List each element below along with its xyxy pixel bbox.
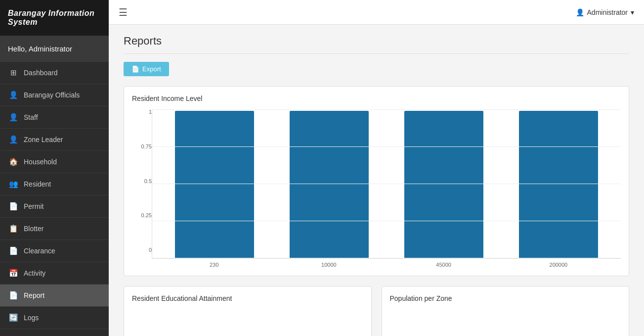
sidebar-label-resident: Resident [24,180,51,188]
zone-leader-icon: 👤 [8,135,19,144]
bar-group [277,109,382,258]
bar-group [391,109,496,258]
app-brand: Barangay Information System [0,0,109,36]
y-axis-label: 1 [132,109,152,115]
sidebar-label-activity: Activity [24,269,45,277]
sidebar-label-permit: Permit [24,202,43,210]
sidebar-label-report: Report [24,291,44,299]
main-area: ☰ 👤 Administrator ▾ Reports 📄 Export Res… [109,0,644,336]
household-icon: 🏠 [8,157,19,166]
income-chart-area: 10.750.50.250 2301000045000200000 [132,109,621,268]
educational-attainment-title: Resident Educational Attainment [132,294,363,302]
x-axis-label: 230 [162,262,266,268]
x-axis-label: 200000 [506,262,611,268]
logs-icon: 🔄 [8,313,19,322]
sidebar-item-clearance[interactable]: 📄 Clearance [0,240,109,262]
bottom-charts-row: Resident Educational Attainment Populati… [124,286,629,336]
x-labels: 2301000045000200000 [152,259,621,268]
sidebar-item-activity[interactable]: 📅 Activity [0,262,109,285]
admin-icon: 👤 [576,8,584,16]
bar-group [162,109,267,258]
clearance-icon: 📄 [8,246,19,255]
bars-area [152,109,621,259]
export-icon: 📄 [131,65,139,73]
sidebar-item-report[interactable]: 📄 Report [0,285,109,307]
resident-icon: 👥 [8,180,19,189]
bar [404,111,483,258]
activity-icon: 📅 [8,269,19,278]
sidebar-label-clearance: Clearance [24,247,55,255]
sidebar-label-barangay-officials: Barangay Officials [24,91,80,99]
population-zone-card: Population per Zone [382,286,630,336]
dropdown-arrow-icon: ▾ [631,8,634,16]
sidebar-label-dashboard: Dashboard [24,69,58,77]
export-button[interactable]: 📄 Export [124,62,169,76]
sidebar-label-household: Household [24,158,57,166]
page-title: Reports [124,35,629,54]
sidebar-item-blotter[interactable]: 📋 Blotter [0,218,109,240]
permit-icon: 📄 [8,202,19,211]
sidebar-item-barangay-officials[interactable]: 👤 Barangay Officials [0,84,109,106]
user-greeting: Hello, Administrator [0,36,109,62]
y-axis-label: 0.25 [132,213,152,218]
y-axis-label: 0 [132,247,152,253]
export-label: Export [142,65,161,73]
chart-plot: 2301000045000200000 [152,109,621,268]
staff-icon: 👤 [8,113,19,122]
blotter-icon: 📋 [8,224,19,233]
sidebar-item-household[interactable]: 🏠 Household [0,151,109,173]
hamburger-button[interactable]: ☰ [119,6,128,18]
sidebar-item-logs[interactable]: 🔄 Logs [0,307,109,329]
bar-group [506,109,611,258]
bar-chart-container: 10.750.50.250 2301000045000200000 [132,109,621,268]
y-axis: 10.750.50.250 [132,109,152,268]
sidebar-label-blotter: Blotter [24,225,43,233]
sidebar-label-logs: Logs [24,314,39,322]
bar [290,111,369,258]
educational-attainment-card: Resident Educational Attainment [124,286,372,336]
topbar: ☰ 👤 Administrator ▾ [109,0,644,25]
sidebar: Barangay Information System Hello, Admin… [0,0,109,336]
sidebar-item-staff[interactable]: 👤 Staff [0,106,109,129]
income-chart-title: Resident Income Level [132,95,621,102]
x-axis-label: 10000 [276,262,381,268]
y-axis-label: 0.5 [132,179,152,184]
x-axis-label: 45000 [391,262,496,268]
sidebar-item-zone-leader[interactable]: 👤 Zone Leader [0,129,109,151]
y-axis-label: 0.75 [132,144,152,149]
report-icon: 📄 [8,291,19,300]
admin-label: Administrator [587,8,628,16]
sidebar-label-zone-leader: Zone Leader [24,136,63,144]
admin-dropdown[interactable]: 👤 Administrator ▾ [576,8,634,16]
bar [519,111,598,258]
sidebar-item-dashboard[interactable]: ⊞ Dashboard [0,62,109,84]
sidebar-item-resident[interactable]: 👥 Resident [0,173,109,195]
income-level-chart-card: Resident Income Level 10.750.50.250 2301… [124,86,629,276]
content-area: Reports 📄 Export Resident Income Level 1… [109,25,644,336]
population-zone-title: Population per Zone [390,294,621,302]
sidebar-label-staff: Staff [24,113,38,121]
dashboard-icon: ⊞ [8,68,19,77]
barangay-officials-icon: 👤 [8,91,19,99]
bar [175,111,254,258]
sidebar-item-permit[interactable]: 📄 Permit [0,195,109,218]
